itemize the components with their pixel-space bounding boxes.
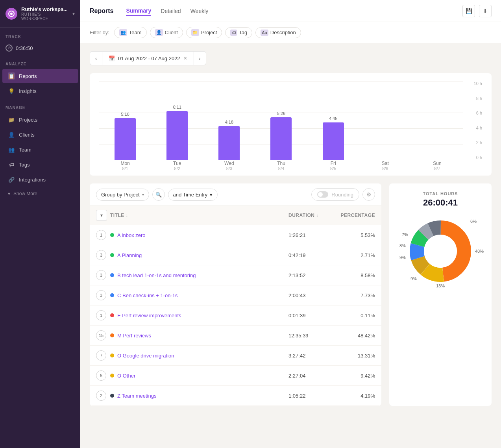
row-title-cell: O Google drive migration: [110, 353, 288, 359]
pie-label-6pct: 6%: [470, 219, 477, 224]
day-label-mon: Mon 8/1: [99, 161, 151, 172]
y-label-6h: 6 h: [465, 111, 482, 115]
prev-date-button[interactable]: ‹: [90, 51, 102, 65]
filter-project[interactable]: 📁 Project: [186, 27, 222, 38]
time-entry-button[interactable]: and Time Entry ▾: [168, 189, 218, 201]
workspace-info: Ruthie's workspa... RUTHIE'S WORKSPACE: [21, 6, 68, 21]
workspace-chevron-icon[interactable]: ▾: [72, 11, 75, 17]
row-count-badge: 2: [96, 391, 106, 401]
expand-all-button[interactable]: ▾: [96, 210, 107, 221]
table-row[interactable]: 15 M Perf reviews 12:35:39 48.42%: [90, 326, 381, 346]
chart-bar-tue[interactable]: [166, 111, 188, 160]
tags-icon: 🏷: [8, 161, 15, 168]
download-report-button[interactable]: ⬇: [479, 5, 492, 17]
table-row[interactable]: 3 C Ben check-ins + 1-on-1s 2:00:43 7.73…: [90, 285, 381, 305]
day-label-sat: Sat 8/6: [359, 161, 411, 172]
row-project-name: B tech lead 1-on-1s and mentoring: [117, 272, 196, 278]
table-row[interactable]: 1 A inbox zero 1:26:21 5.53%: [90, 225, 381, 245]
row-count-badge: 1: [96, 230, 106, 240]
pie-label-7pct: 7%: [402, 232, 408, 237]
clock-icon: ⏱: [6, 44, 13, 52]
row-percentage: 0.11%: [336, 313, 375, 318]
chart-bar-wed[interactable]: [218, 126, 240, 160]
show-more-button[interactable]: ▾ Show More: [2, 187, 78, 200]
analyze-section-label: ANALYZE: [0, 55, 80, 68]
sidebar-item-projects[interactable]: 📁 Projects: [2, 113, 78, 127]
date-clear-button[interactable]: ✕: [183, 56, 187, 61]
table-row[interactable]: 2 Z Team meetings 1:05:22 4.19%: [90, 386, 381, 406]
chart-bar-thu[interactable]: [270, 117, 292, 160]
row-count: 7: [96, 350, 110, 361]
report-content: ‹ 📅 01 Aug 2022 - 07 Aug 2022 ✕ ›: [80, 43, 501, 414]
chart-value-fri: 4:45: [329, 116, 337, 121]
show-more-label: Show More: [13, 191, 37, 196]
tab-weekly[interactable]: Weekly: [190, 6, 209, 16]
sidebar-item-insights[interactable]: 💡 Insights: [2, 84, 78, 98]
group-by-project-button[interactable]: Group by Project ▾: [96, 189, 149, 201]
next-date-button[interactable]: ›: [194, 51, 206, 65]
row-title-cell: Z Team meetings: [110, 393, 288, 399]
table-row[interactable]: 7 O Google drive migration 3:27:42 13.31…: [90, 346, 381, 366]
pie-svg: [405, 216, 476, 287]
row-title-cell: O Other: [110, 373, 288, 379]
calendar-icon: 📅: [109, 56, 115, 61]
row-color-dot: [110, 313, 114, 317]
chart-day-fri: 4:45: [307, 116, 359, 160]
chevron-down-icon: ▾: [8, 191, 10, 196]
row-count-badge: 1: [96, 310, 106, 320]
chart-bar-mon[interactable]: [115, 118, 136, 160]
date-range-display[interactable]: 📅 01 Aug 2022 - 07 Aug 2022 ✕: [102, 51, 194, 65]
filter-tag[interactable]: 🏷 Tag: [225, 27, 252, 38]
table-row[interactable]: 3 A Planning 0:42:19 2.71%: [90, 245, 381, 265]
sidebar-item-integrations[interactable]: 🔗 Integrations: [2, 172, 78, 187]
sidebar-item-tags[interactable]: 🏷 Tags: [2, 157, 78, 172]
rounding-button[interactable]: Rounding: [311, 188, 359, 201]
table-settings-button[interactable]: ⚙: [362, 188, 375, 201]
row-percentage: 4.19%: [336, 393, 375, 399]
total-hours-value: 26:00:41: [423, 198, 458, 208]
row-duration: 2:00:43: [288, 292, 336, 298]
timer-display: ⏱ 0:36:50: [0, 41, 80, 55]
filter-tag-label: Tag: [239, 30, 247, 35]
y-label-2h: 2 h: [465, 140, 482, 145]
row-percentage: 9.42%: [336, 373, 375, 379]
chart-value-thu: 5:26: [277, 111, 285, 116]
sidebar-item-team[interactable]: 👥 Team: [2, 143, 78, 157]
chart-bar-fri[interactable]: [323, 122, 344, 160]
donut-hole: [424, 235, 457, 268]
search-icon: 🔍: [155, 192, 162, 198]
row-project-name: O Other: [117, 373, 135, 379]
time-entry-chevron-icon: ▾: [210, 192, 213, 198]
workspace-header[interactable]: Ruthie's workspa... RUTHIE'S WORKSPACE ▾: [0, 0, 80, 28]
row-count-badge: 15: [96, 330, 106, 341]
rounding-toggle[interactable]: [317, 191, 328, 198]
title-column-header[interactable]: TITLE ↕: [110, 213, 288, 218]
table-row[interactable]: 3 B tech lead 1-on-1s and mentoring 2:13…: [90, 265, 381, 285]
row-percentage: 8.58%: [336, 272, 375, 278]
table-row[interactable]: 5 O Other 2:27:04 9.42%: [90, 366, 381, 386]
filter-client[interactable]: 👤 Client: [150, 27, 183, 38]
filter-team[interactable]: 👥 Team: [114, 27, 147, 38]
row-count: 15: [96, 330, 110, 341]
download-icon: ⬇: [483, 8, 488, 14]
save-report-button[interactable]: 💾: [462, 5, 475, 17]
row-percentage: 48.42%: [336, 333, 375, 339]
table-row[interactable]: 1 E Perf review improvements 0:01:39 0.1…: [90, 305, 381, 326]
tab-detailed[interactable]: Detailed: [161, 6, 181, 16]
sidebar-item-reports[interactable]: 📋 Reports: [2, 69, 78, 83]
sidebar-item-reports-label: Reports: [19, 73, 37, 79]
sidebar-item-clients[interactable]: 👤 Clients: [2, 128, 78, 142]
table-rows: 1 A inbox zero 1:26:21 5.53% 3 A Plannin…: [90, 225, 381, 406]
table-toolbar: Group by Project ▾ 🔍 and Time Entry ▾ Ro…: [90, 183, 381, 206]
duration-column-header[interactable]: DURATION ↕: [288, 213, 336, 218]
integrations-icon: 🔗: [8, 176, 15, 183]
tab-summary[interactable]: Summary: [126, 6, 151, 16]
filter-description-label: Description: [270, 30, 296, 35]
row-count: 1: [96, 230, 110, 240]
pie-label-48pct: 48%: [475, 249, 484, 254]
filter-description[interactable]: Aa Description: [255, 27, 301, 38]
project-filter-icon: 📁: [191, 29, 199, 36]
insights-icon: 💡: [8, 87, 15, 94]
save-icon: 💾: [466, 8, 472, 14]
search-button[interactable]: 🔍: [152, 188, 165, 201]
